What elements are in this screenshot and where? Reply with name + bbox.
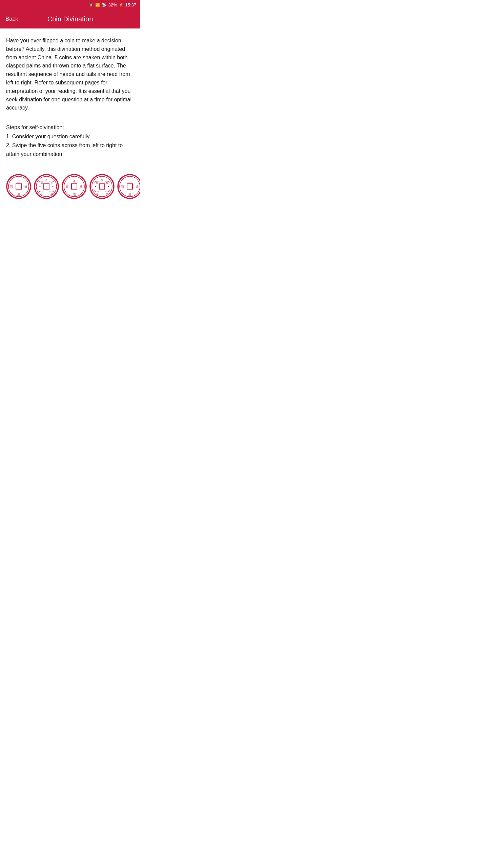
page-title: Coin Divination — [47, 15, 93, 23]
mute-icon: 🔇 — [89, 3, 94, 7]
svg-text:壽: 壽 — [101, 179, 103, 181]
step-1: 1. Consider your question carefully — [6, 134, 89, 139]
svg-text:正: 正 — [128, 179, 131, 183]
svg-rect-26 — [99, 184, 105, 189]
svg-rect-19 — [72, 184, 77, 189]
svg-text:通: 通 — [80, 185, 83, 188]
status-icons: 🔇 📶 📡 32% ⚡ 15:37 — [89, 2, 136, 7]
coin-4[interactable]: 福 祿 壽 鼎 盛 — [89, 174, 115, 199]
svg-text:道: 道 — [17, 193, 20, 196]
app-bar: Back Coin Divination — [0, 9, 140, 28]
steps-text: Steps for self-divination: 1. Consider y… — [6, 123, 134, 159]
battery-charging-icon: ⚡ — [119, 3, 123, 7]
svg-point-16 — [53, 186, 54, 187]
coins-container: 正 道 寶 通 福 祿 壽 鼎 盛 — [6, 171, 134, 206]
svg-text:鼎: 鼎 — [40, 193, 43, 196]
battery-percentage: 32% — [108, 2, 117, 7]
svg-point-33 — [108, 186, 109, 187]
coin-3[interactable]: 正 道 寶 通 — [62, 174, 87, 199]
svg-text:通: 通 — [24, 185, 27, 188]
svg-text:寶: 寶 — [10, 185, 13, 188]
intro-paragraph: Have you ever flipped a coin to make a d… — [6, 37, 134, 112]
svg-point-15 — [40, 186, 41, 187]
svg-rect-36 — [127, 184, 133, 189]
signal-icon: 📡 — [102, 3, 106, 7]
svg-rect-2 — [16, 184, 21, 189]
svg-text:通: 通 — [136, 185, 138, 188]
wifi-icon: 📶 — [95, 3, 100, 7]
svg-text:鼎: 鼎 — [96, 193, 98, 196]
svg-text:正: 正 — [17, 179, 20, 183]
svg-text:盛: 盛 — [106, 193, 108, 196]
main-content: Have you ever flipped a coin to make a d… — [0, 28, 140, 214]
svg-text:福: 福 — [40, 181, 43, 184]
svg-text:寶: 寶 — [66, 185, 68, 188]
svg-text:正: 正 — [73, 179, 76, 183]
svg-text:道: 道 — [73, 193, 76, 196]
svg-text:盛: 盛 — [50, 193, 53, 196]
svg-text:道: 道 — [128, 193, 131, 196]
svg-text:祿: 祿 — [50, 181, 53, 184]
svg-text:祿: 祿 — [106, 181, 108, 184]
svg-text:壽: 壽 — [45, 179, 47, 181]
clock: 15:37 — [125, 2, 136, 7]
svg-rect-9 — [44, 184, 49, 189]
steps-section: Steps for self-divination: 1. Consider y… — [6, 123, 134, 159]
steps-title: Steps for self-divination: — [6, 124, 64, 130]
coin-1[interactable]: 正 道 寶 通 — [6, 174, 31, 199]
svg-text:寶: 寶 — [121, 185, 124, 188]
coin-2[interactable]: 福 祿 壽 鼎 盛 — [34, 174, 59, 199]
status-bar: 🔇 📶 📡 32% ⚡ 15:37 — [0, 0, 140, 9]
step-2: 2. Swipe the five coins across from left… — [6, 142, 123, 157]
coin-5[interactable]: 正 道 寶 通 — [117, 174, 140, 199]
svg-point-32 — [95, 186, 96, 187]
back-button[interactable]: Back — [5, 13, 18, 25]
svg-text:福: 福 — [96, 181, 98, 184]
